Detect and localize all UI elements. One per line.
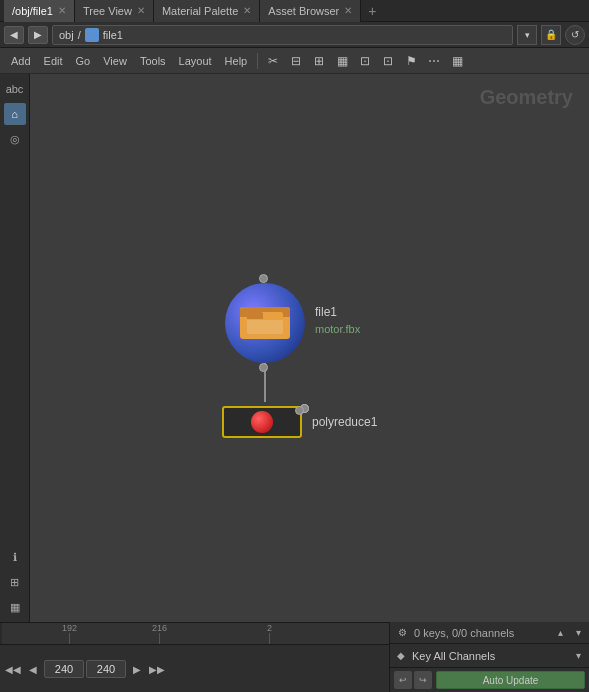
toolbar-add-button[interactable]: Add <box>6 51 36 71</box>
node-file1-sublabel: motor.fbx <box>315 323 360 335</box>
canvas-area[interactable]: Geometry file1 <box>30 74 589 622</box>
node-file1-top-connector <box>259 274 268 283</box>
connection-lines <box>30 74 589 622</box>
tab-bar: /obj/file1 ✕ Tree View ✕ Material Palett… <box>0 0 589 22</box>
lock-button[interactable]: 🔒 <box>541 25 561 45</box>
node-file1-label: file1 <box>315 305 337 319</box>
nav-back-button[interactable]: ◀ <box>4 26 24 44</box>
tab-close-icon[interactable]: ✕ <box>243 5 251 16</box>
auto-update-row: ↩ ↪ Auto Update <box>390 668 589 692</box>
keys-arrow-down[interactable]: ▾ <box>571 626 585 640</box>
node-polyreduce1-label: polyreduce1 <box>312 415 377 429</box>
breadcrumb-file: file1 <box>103 29 123 41</box>
tab-material-palette[interactable]: Material Palette ✕ <box>154 0 260 22</box>
toolbar-grid2-icon[interactable]: ▦ <box>332 51 352 71</box>
tab-close-icon[interactable]: ✕ <box>58 5 66 16</box>
timeline-area: 192 216 2 ◀◀ ◀ 240 240 ▶ ▶▶ <box>0 622 589 692</box>
keys-text: 0 keys, 0/0 channels <box>414 627 549 639</box>
breadcrumb: obj / file1 <box>52 25 513 45</box>
breadcrumb-obj: obj <box>59 29 74 41</box>
tab-label: Asset Browser <box>268 5 339 17</box>
key-diamond-icon: ◆ <box>394 649 408 663</box>
tab-close-icon[interactable]: ✕ <box>137 5 145 16</box>
toolbar-grid1-icon[interactable]: ⊞ <box>309 51 329 71</box>
timeline-ctrl-forward[interactable]: ▶▶ <box>148 660 166 678</box>
tab-label: Material Palette <box>162 5 238 17</box>
toolbar-scissors-icon[interactable]: ✂ <box>263 51 283 71</box>
sidebar-icon-abc[interactable]: abc <box>4 78 26 100</box>
timeline-tick-192: 192 <box>62 623 77 645</box>
toolbar-grid4-icon[interactable]: ⊡ <box>378 51 398 71</box>
auto-update-icons: ↩ ↪ <box>394 671 432 689</box>
file-icon <box>85 28 99 42</box>
main-layout: abc ⌂ ◎ ℹ ⊞ ▦ Geometry <box>0 74 589 622</box>
toolbar-extra-icon[interactable]: ▦ <box>447 51 467 71</box>
toolbar-view-button[interactable]: View <box>98 51 132 71</box>
bottom-right-panel: ⚙ 0 keys, 0/0 channels ▴ ▾ ◆ Key All Cha… <box>389 622 589 692</box>
header-bar: ◀ ▶ obj / file1 ▾ 🔒 ↺ <box>0 22 589 48</box>
sidebar-icon-layout[interactable]: ▦ <box>4 596 26 618</box>
nav-forward-button[interactable]: ▶ <box>28 26 48 44</box>
sidebar-icon-grid[interactable]: ⊞ <box>4 571 26 593</box>
reload-button[interactable]: ↺ <box>565 25 585 45</box>
node-file1-bottom-connector <box>259 363 268 372</box>
toolbar-go-button[interactable]: Go <box>71 51 96 71</box>
tab-obj-file1[interactable]: /obj/file1 ✕ <box>4 0 75 22</box>
auto-update-button[interactable]: Auto Update <box>436 671 585 689</box>
tab-tree-view[interactable]: Tree View ✕ <box>75 0 154 22</box>
toolbar-edit-button[interactable]: Edit <box>39 51 68 71</box>
tab-label: Tree View <box>83 5 132 17</box>
canvas-geometry-label: Geometry <box>480 86 573 109</box>
toolbar-grid3-icon[interactable]: ⊡ <box>355 51 375 71</box>
tab-close-icon[interactable]: ✕ <box>344 5 352 16</box>
arrow-left-icon: ◀ <box>10 29 18 40</box>
keys-arrow-up[interactable]: ▴ <box>553 626 567 640</box>
toolbar-flag-icon[interactable]: ⚑ <box>401 51 421 71</box>
node-file1[interactable]: file1 motor.fbx <box>225 274 305 372</box>
toolbar-layout-button[interactable]: Layout <box>174 51 217 71</box>
timeline-ctrl-back[interactable]: ◀◀ <box>4 660 22 678</box>
toolbar-separator <box>257 53 258 69</box>
polyreduce1-box <box>222 406 302 438</box>
arrow-right-icon: ▶ <box>34 29 42 40</box>
timeline-ctrl-prev[interactable]: ◀ <box>24 660 42 678</box>
toolbar-align-icon[interactable]: ⊟ <box>286 51 306 71</box>
node-file1-inner <box>240 307 290 339</box>
sidebar-icon-location[interactable]: ◎ <box>4 128 26 150</box>
au-icon-rewind[interactable]: ↩ <box>394 671 412 689</box>
tab-asset-browser[interactable]: Asset Browser ✕ <box>260 0 361 22</box>
channels-row: ◆ Key All Channels ▾ <box>390 644 589 668</box>
keys-row: ⚙ 0 keys, 0/0 channels ▴ ▾ <box>390 622 589 644</box>
timeline-frame-right-input[interactable]: 240 <box>86 660 126 678</box>
tab-label: /obj/file1 <box>12 5 53 17</box>
toolbar-dots-icon[interactable]: ⋯ <box>424 51 444 71</box>
timeline-tick-216: 216 <box>152 623 167 645</box>
timeline-frame-left-input[interactable]: 240 <box>44 660 84 678</box>
left-sidebar: abc ⌂ ◎ ℹ ⊞ ▦ <box>0 74 30 622</box>
polyreduce1-inner <box>251 411 273 433</box>
breadcrumb-separator: / <box>78 29 81 41</box>
toolbar: Add Edit Go View Tools Layout Help ✂ ⊟ ⊞… <box>0 48 589 74</box>
au-icon-forward[interactable]: ↪ <box>414 671 432 689</box>
node-polyreduce1[interactable]: polyreduce1 <box>222 404 377 438</box>
channels-text: Key All Channels <box>412 650 567 662</box>
timeline-tick-2: 2 <box>267 623 272 645</box>
tab-add-button[interactable]: + <box>361 0 383 22</box>
toolbar-tools-button[interactable]: Tools <box>135 51 171 71</box>
timeline-ctrl-next[interactable]: ▶ <box>128 660 146 678</box>
channels-dropdown-icon[interactable]: ▾ <box>571 649 585 663</box>
sidebar-icon-info[interactable]: ℹ <box>4 546 26 568</box>
keys-settings-icon[interactable]: ⚙ <box>394 625 410 641</box>
breadcrumb-dropdown-button[interactable]: ▾ <box>517 25 537 45</box>
toolbar-help-button[interactable]: Help <box>220 51 253 71</box>
timeline-controls-row: ◀◀ ◀ 240 240 ▶ ▶▶ ⚙ 0 keys, 0/0 channels… <box>0 645 589 692</box>
node-file1-circle <box>225 283 305 363</box>
sidebar-icon-home[interactable]: ⌂ <box>4 103 26 125</box>
